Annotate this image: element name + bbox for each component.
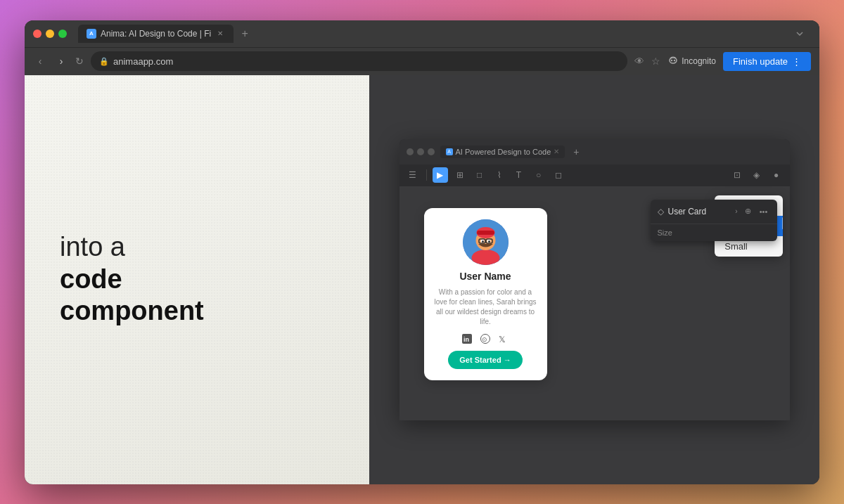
page-content: into a code component A AI Powered Desig — [25, 75, 819, 484]
editor-window: A AI Powered Design to Code ✕ + ☰ ▶ ⊞ □ … — [399, 139, 790, 420]
finish-update-label: Finish update — [733, 56, 788, 67]
url-text: animaapp.com — [113, 56, 173, 67]
size-label: Size — [651, 224, 777, 241]
get-started-button[interactable]: Get Started → — [448, 351, 522, 369]
github-icon[interactable]: ⊙ — [479, 332, 492, 345]
svg-rect-7 — [477, 231, 494, 235]
address-bar-right: 👁 ☆ Incognito Finish update ⋮ — [634, 52, 811, 71]
toolbar-frame-icon[interactable]: ⊞ — [452, 167, 468, 183]
window-menu-icon[interactable] — [788, 22, 811, 45]
toolbar-menu-icon[interactable]: ☰ — [405, 167, 421, 183]
tab-close-icon[interactable]: ✕ — [215, 29, 225, 39]
tab-bar: A Anima: AI Design to Code | Fi ✕ + — [78, 25, 783, 43]
url-bar[interactable]: 🔒 animaapp.com — [91, 51, 627, 71]
component-icon: ◇ — [658, 207, 664, 217]
toolbar-text-icon[interactable]: T — [511, 167, 527, 183]
eye-slash-icon[interactable]: 👁 — [634, 56, 644, 67]
svg-text:𝕏: 𝕏 — [499, 335, 506, 344]
user-avatar — [463, 219, 509, 265]
maximize-button[interactable] — [58, 30, 67, 38]
editor-tab[interactable]: A AI Powered Design to Code ✕ — [440, 146, 565, 158]
title-bar: A Anima: AI Design to Code | Fi ✕ + — [25, 20, 819, 47]
editor-tab-icon: A — [446, 148, 453, 155]
editor-canvas[interactable]: User Name With a passion for color and a… — [399, 187, 790, 420]
toolbar-select-icon[interactable]: ▶ — [433, 167, 448, 183]
back-button[interactable]: ‹ — [33, 56, 47, 67]
toolbar-rect-icon[interactable]: □ — [472, 167, 487, 183]
editor-title-bar: A AI Powered Design to Code ✕ + — [399, 139, 790, 164]
svg-point-10 — [482, 240, 484, 243]
traffic-lights — [33, 30, 67, 38]
browser-tab[interactable]: A Anima: AI Design to Code | Fi ✕ — [78, 25, 234, 43]
cursor-arrow-icon — [781, 217, 783, 233]
tab-favicon: A — [87, 29, 96, 39]
avatar-illustration — [463, 219, 509, 265]
browser-window: A Anima: AI Design to Code | Fi ✕ + ‹ › … — [25, 20, 819, 484]
social-icons: in ⊙ 𝕏 — [461, 332, 510, 345]
panel-actions: ⊕ ••• — [742, 205, 770, 218]
component-panel: ◇ User Card › ⊕ ••• Size — [651, 200, 777, 241]
svg-point-1 — [671, 60, 672, 61]
hero-line1: into a — [60, 231, 204, 264]
hero-line3: component — [60, 295, 204, 328]
svg-point-2 — [674, 60, 675, 61]
editor-close-btn[interactable] — [407, 148, 414, 155]
editor-toolbar: ☰ ▶ ⊞ □ ⌇ T ○ ◻ ⊡ ◈ ● — [399, 164, 790, 187]
editor-tab-close[interactable]: ✕ — [554, 148, 559, 155]
get-started-label: Get Started → — [459, 356, 511, 364]
toolbar-pen-icon[interactable]: ⌇ — [492, 167, 507, 183]
panel-settings-icon[interactable]: ⊕ — [742, 205, 755, 218]
left-panel: into a code component — [25, 75, 369, 484]
twitter-icon[interactable]: 𝕏 — [497, 332, 510, 345]
editor-tab-label: AI Powered Design to Code — [456, 148, 551, 156]
menu-dots-icon: ⋮ — [792, 56, 801, 67]
editor-new-tab-icon[interactable]: + — [573, 146, 579, 157]
incognito-label: Incognito — [682, 56, 716, 66]
editor-minimize-btn[interactable] — [417, 148, 424, 155]
panel-more-icon[interactable]: ••• — [757, 205, 770, 218]
svg-point-11 — [488, 240, 490, 243]
toolbar-right: ⊡ ◈ ● — [729, 167, 784, 183]
address-bar: ‹ › ↻ 🔒 animaapp.com 👁 ☆ Incognito Finis… — [25, 47, 819, 75]
component-title: User Card — [668, 207, 731, 217]
svg-text:in: in — [463, 336, 469, 343]
hero-text: into a code component — [60, 231, 204, 328]
linkedin-icon[interactable]: in — [461, 332, 473, 345]
toolbar-grid-icon[interactable]: ⊡ — [729, 167, 745, 183]
editor-traffic-lights — [407, 148, 435, 155]
panel-header: ◇ User Card › ⊕ ••• — [651, 200, 777, 224]
user-card: User Name With a passion for color and a… — [424, 208, 547, 380]
close-button[interactable] — [33, 30, 41, 38]
hero-line2: code — [60, 264, 204, 296]
toolbar-comment-icon[interactable]: ◻ — [551, 167, 566, 183]
user-description: With a passion for color and a love for … — [434, 287, 537, 327]
svg-text:⊙: ⊙ — [482, 336, 487, 343]
new-tab-button[interactable]: + — [236, 25, 253, 42]
property-panel-container: ◇ User Card › ⊕ ••• Size — [715, 194, 782, 257]
toolbar-contrast-icon[interactable]: ● — [769, 167, 784, 183]
reload-button[interactable]: ↻ — [75, 56, 84, 67]
minimize-button[interactable] — [46, 30, 54, 38]
forward-button[interactable]: › — [54, 56, 68, 67]
user-name: User Name — [459, 271, 511, 282]
toolbar-sep-1 — [426, 169, 427, 181]
right-panel: A AI Powered Design to Code ✕ + ☰ ▶ ⊞ □ … — [369, 75, 819, 484]
toolbar-fill-icon[interactable]: ○ — [531, 167, 546, 183]
incognito-badge: Incognito — [667, 56, 716, 67]
star-icon[interactable]: ☆ — [651, 56, 660, 67]
lock-icon: 🔒 — [99, 57, 109, 66]
option-small: Small — [724, 241, 748, 252]
finish-update-button[interactable]: Finish update ⋮ — [723, 52, 811, 71]
chevron-down-icon — [795, 30, 804, 38]
editor-maximize-btn[interactable] — [428, 148, 435, 155]
incognito-icon — [667, 56, 679, 67]
chevron-right-icon: › — [735, 207, 737, 215]
toolbar-star-icon[interactable]: ◈ — [749, 167, 765, 183]
cursor — [781, 217, 783, 235]
tab-label: Anima: AI Design to Code | Fi — [101, 29, 211, 39]
